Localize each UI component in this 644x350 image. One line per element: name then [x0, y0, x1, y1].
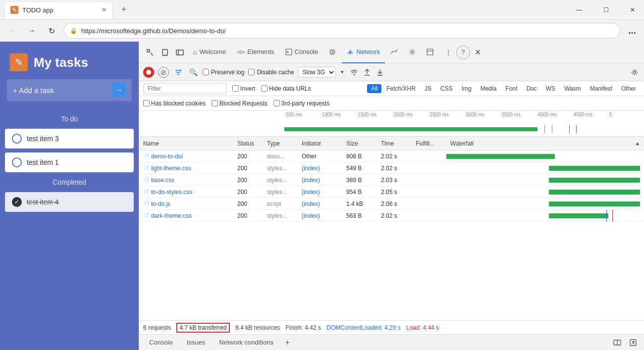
- tab-performance[interactable]: [386, 42, 403, 63]
- cell-initiator-3[interactable]: (index): [298, 189, 342, 196]
- cell-name-2[interactable]: 📄 base.css: [139, 177, 233, 184]
- record-button[interactable]: [143, 67, 154, 78]
- cell-initiator-4[interactable]: (index): [298, 200, 342, 207]
- task-checkbox[interactable]: [12, 157, 22, 167]
- table-row[interactable]: 📄 to-do.js 200 script (index) 1.4 kB 2.0…: [139, 198, 644, 210]
- cell-name-5[interactable]: 📄 dark-theme.css: [139, 212, 233, 219]
- add-task-button[interactable]: + Add a task →: [7, 79, 132, 101]
- cell-size-2: 389 B: [342, 177, 377, 184]
- devtools-panel: ⌂ Welcome </> Elements Console Network: [139, 42, 644, 350]
- type-btn-ws[interactable]: WS: [542, 84, 559, 93]
- forward-button[interactable]: →: [24, 23, 40, 39]
- type-btn-img[interactable]: Img: [458, 84, 476, 93]
- third-party-checkbox[interactable]: 3rd-party requests: [273, 100, 329, 107]
- disable-cache-checkbox[interactable]: Disable cache: [248, 69, 294, 76]
- type-btn-font[interactable]: Font: [501, 84, 521, 93]
- sidebar-toggle-button[interactable]: [173, 46, 187, 59]
- cell-name-4[interactable]: 📄 to-do.js: [139, 200, 233, 207]
- svg-rect-0: [147, 50, 150, 52]
- todo-task-item[interactable]: test item 1: [5, 152, 134, 172]
- tab-sources[interactable]: [324, 42, 341, 63]
- tab-settings[interactable]: [404, 42, 421, 63]
- tab-elements[interactable]: </> Elements: [232, 42, 279, 63]
- back-button[interactable]: ←: [4, 23, 20, 39]
- type-btn-all[interactable]: All: [367, 84, 381, 93]
- cookies-filter-bar: Has blocked cookies Blocked Requests 3rd…: [139, 96, 644, 111]
- header-type[interactable]: Type: [263, 140, 298, 147]
- throttle-arrow-icon[interactable]: ▼: [340, 69, 345, 75]
- download-icon[interactable]: [375, 67, 385, 78]
- table-row[interactable]: 📄 demo-to-do/ 200 docu... Other 808 B 2.…: [139, 150, 644, 162]
- browser-more-button[interactable]: ...: [624, 23, 640, 39]
- table-row[interactable]: 📄 to-do-styles.css 200 styles... (index)…: [139, 186, 644, 198]
- table-row[interactable]: 📄 dark-theme.css 200 styles... (index) 5…: [139, 210, 644, 222]
- search-button[interactable]: 🔍: [188, 67, 199, 78]
- table-row[interactable]: 📄 light-theme.css 200 styles... (index) …: [139, 162, 644, 174]
- wifi-icon[interactable]: [349, 67, 360, 78]
- type-btn-doc[interactable]: Doc: [522, 84, 540, 93]
- tab-welcome[interactable]: ⌂ Welcome: [188, 42, 231, 63]
- clear-button[interactable]: ⊘: [158, 67, 169, 78]
- bottom-tab-console[interactable]: Console: [143, 337, 179, 348]
- type-btn-media[interactable]: Media: [477, 84, 501, 93]
- cell-name-0[interactable]: 📄 demo-to-do/: [139, 153, 233, 160]
- dock-icon-button[interactable]: [610, 336, 624, 350]
- tab-rendering[interactable]: [422, 42, 438, 63]
- network-settings-button[interactable]: [629, 67, 640, 78]
- todo-task-item[interactable]: test item 3: [5, 129, 134, 149]
- new-tab-button[interactable]: +: [117, 3, 131, 17]
- hide-data-urls-checkbox[interactable]: Hide data URLs: [261, 85, 311, 92]
- devtools-close-button[interactable]: ✕: [471, 46, 485, 59]
- header-status[interactable]: Status: [233, 140, 263, 147]
- bottom-tab-issues[interactable]: Issues: [181, 337, 212, 348]
- bottom-tab-network-conditions[interactable]: Network conditions: [213, 337, 279, 348]
- help-button[interactable]: ?: [456, 46, 470, 59]
- cell-name-1[interactable]: 📄 light-theme.css: [139, 165, 233, 172]
- tab-title: TODO app: [22, 6, 98, 14]
- filter-input[interactable]: [143, 83, 226, 94]
- preserve-log-checkbox[interactable]: Preserve log: [203, 69, 244, 76]
- filter-icon-button[interactable]: [173, 67, 184, 78]
- maximize-button[interactable]: ☐: [594, 2, 617, 18]
- undock-icon-button[interactable]: [626, 336, 640, 350]
- header-waterfall[interactable]: Waterfall ▲: [446, 140, 644, 147]
- throttle-select[interactable]: Slow 3G: [298, 67, 336, 78]
- cell-initiator-1[interactable]: (index): [298, 165, 342, 172]
- upload-icon[interactable]: [362, 67, 373, 78]
- url-bar[interactable]: 🔒 https://microsoftedge.github.io/Demos/…: [63, 23, 620, 39]
- type-btn-manifest[interactable]: Manifest: [586, 84, 616, 93]
- header-name[interactable]: Name: [139, 140, 233, 147]
- type-btn-css[interactable]: CSS: [436, 84, 457, 93]
- tab-close-button[interactable]: ✕: [102, 6, 107, 13]
- type-btn-other[interactable]: Other: [617, 84, 640, 93]
- completed-task-item[interactable]: ✓ test item 4: [5, 192, 134, 212]
- type-btn-wasm[interactable]: Wasm: [560, 84, 585, 93]
- performance-icon: [391, 49, 398, 55]
- header-fulfill[interactable]: Fulfill...: [412, 140, 446, 147]
- blocked-requests-checkbox[interactable]: Blocked Requests: [212, 100, 268, 107]
- active-tab[interactable]: ✎ TODO app ✕: [4, 1, 113, 19]
- more-tabs-button[interactable]: ⋮: [441, 46, 455, 59]
- close-button[interactable]: ✕: [621, 2, 644, 18]
- type-btn-js[interactable]: JS: [421, 84, 435, 93]
- blocked-cookies-checkbox[interactable]: Has blocked cookies: [143, 100, 206, 107]
- inspect-element-button[interactable]: [143, 46, 157, 59]
- refresh-button[interactable]: ↻: [44, 23, 59, 39]
- task-checkbox[interactable]: [12, 134, 22, 144]
- cell-name-3[interactable]: 📄 to-do-styles.css: [139, 189, 233, 196]
- cell-initiator-2[interactable]: (index): [298, 177, 342, 184]
- type-btn-fetch[interactable]: Fetch/XHR: [382, 84, 420, 93]
- add-bottom-tab-button[interactable]: +: [281, 337, 293, 349]
- network-icon: [347, 49, 354, 55]
- header-initiator[interactable]: Initiator: [298, 140, 342, 147]
- table-row[interactable]: 📄 base.css 200 styles... (index) 389 B 2…: [139, 174, 644, 186]
- device-emulation-button[interactable]: [158, 46, 172, 59]
- cell-initiator-5[interactable]: (index): [298, 212, 342, 219]
- header-size[interactable]: Size: [342, 140, 377, 147]
- tab-network[interactable]: Network: [342, 42, 385, 63]
- minimize-button[interactable]: —: [568, 2, 590, 18]
- tick-5: 5: [608, 112, 644, 117]
- tab-console[interactable]: Console: [280, 42, 323, 63]
- invert-checkbox[interactable]: Invert: [232, 85, 255, 92]
- header-time[interactable]: Time: [377, 140, 412, 147]
